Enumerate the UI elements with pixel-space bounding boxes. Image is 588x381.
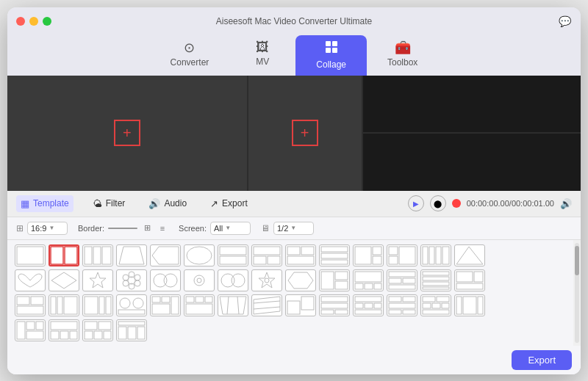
volume-icon[interactable]: 🔊 bbox=[560, 198, 572, 209]
svg-rect-58 bbox=[365, 283, 373, 289]
add-media-button-1[interactable]: + bbox=[114, 120, 140, 146]
scrollbar-track[interactable] bbox=[573, 240, 581, 346]
template-item-star[interactable] bbox=[82, 269, 113, 291]
template-item-gear[interactable] bbox=[184, 269, 215, 291]
template-item-mixed2[interactable] bbox=[353, 269, 384, 291]
template-item-r4-3[interactable] bbox=[82, 319, 113, 341]
template-item-mixed1[interactable] bbox=[319, 269, 350, 291]
template-item-horiz-2[interactable] bbox=[218, 244, 248, 266]
close-button[interactable] bbox=[16, 17, 25, 26]
svg-line-95 bbox=[254, 301, 280, 303]
template-item-sm-lg[interactable] bbox=[387, 244, 417, 266]
template-item-r3-3[interactable] bbox=[82, 294, 113, 316]
template-item-pill[interactable] bbox=[184, 244, 215, 266]
template-item-r3-14[interactable] bbox=[454, 294, 485, 316]
canvas-cell-2[interactable]: + bbox=[248, 76, 363, 191]
template-item-r3-12[interactable] bbox=[387, 294, 417, 316]
screen-select[interactable]: All ▼ bbox=[210, 222, 251, 235]
export-bar: Export bbox=[7, 346, 581, 374]
svg-marker-34 bbox=[456, 247, 483, 264]
svg-rect-128 bbox=[60, 331, 68, 339]
svg-rect-71 bbox=[17, 297, 29, 305]
template-item-arrow2[interactable] bbox=[454, 244, 485, 266]
tab-template[interactable]: ▦ Template bbox=[16, 195, 74, 212]
template-item-r3-7[interactable] bbox=[218, 294, 248, 316]
add-media-button-2[interactable]: + bbox=[292, 120, 318, 146]
minimize-button[interactable] bbox=[29, 17, 38, 26]
screen-value: All bbox=[214, 224, 223, 233]
template-item-heart[interactable] bbox=[15, 269, 46, 291]
template-item-r3-8[interactable] bbox=[251, 294, 282, 316]
template-item-grid-3a[interactable] bbox=[251, 244, 282, 266]
tab-toolbox[interactable]: 🧰 Toolbox bbox=[367, 35, 438, 76]
template-item-r3-11[interactable] bbox=[353, 294, 384, 316]
template-item-special[interactable] bbox=[454, 269, 485, 291]
template-item-r3-13[interactable] bbox=[420, 294, 451, 316]
play-button[interactable]: ▶ bbox=[408, 195, 424, 211]
template-item-lg-sm[interactable] bbox=[353, 244, 384, 266]
template-item-diamond[interactable] bbox=[49, 269, 79, 291]
template-item-r3-5[interactable] bbox=[150, 294, 181, 316]
svg-marker-36 bbox=[90, 272, 106, 288]
svg-rect-86 bbox=[171, 297, 179, 314]
template-item-diamond2[interactable] bbox=[285, 269, 316, 291]
template-item-3row[interactable] bbox=[319, 244, 350, 266]
template-label: Template bbox=[33, 198, 69, 208]
svg-point-46 bbox=[194, 275, 204, 286]
template-item-1-col[interactable] bbox=[15, 244, 46, 266]
template-item-double-circle[interactable] bbox=[150, 269, 181, 291]
template-item-r3-6[interactable] bbox=[184, 294, 215, 316]
scrollbar-thumb[interactable] bbox=[575, 246, 579, 275]
template-item-star2[interactable] bbox=[251, 269, 282, 291]
tab-converter[interactable]: ⊙ Converter bbox=[150, 35, 230, 76]
template-item-horiz-3[interactable] bbox=[387, 269, 417, 291]
svg-rect-9 bbox=[102, 247, 111, 264]
template-item-r3-2[interactable] bbox=[49, 294, 79, 316]
template-item-2-col[interactable] bbox=[49, 244, 79, 266]
template-item-r3-1[interactable] bbox=[15, 294, 46, 316]
svg-rect-120 bbox=[463, 297, 476, 314]
tab-audio[interactable]: 🔊 Audio bbox=[144, 195, 191, 212]
svg-rect-7 bbox=[85, 247, 92, 264]
tab-filter[interactable]: 🌤 Filter bbox=[88, 195, 130, 212]
svg-marker-94 bbox=[254, 297, 280, 314]
display-group: 🖥 1/2 ▼ bbox=[261, 222, 314, 235]
canvas-cell-4[interactable] bbox=[363, 134, 581, 191]
template-item-r4-2[interactable] bbox=[49, 319, 79, 341]
template-item-r3-9[interactable] bbox=[285, 294, 316, 316]
scrollbar[interactable] bbox=[575, 243, 579, 343]
display-select[interactable]: 1/2 ▼ bbox=[273, 222, 314, 235]
svg-rect-31 bbox=[429, 247, 434, 264]
svg-rect-19 bbox=[301, 247, 314, 255]
tab-mv[interactable]: 🖼 MV bbox=[229, 35, 295, 76]
template-item-double-circle2[interactable] bbox=[218, 269, 248, 291]
template-item-4col[interactable] bbox=[420, 244, 451, 266]
template-item-arrow[interactable] bbox=[150, 244, 181, 266]
export-button[interactable]: Export bbox=[512, 350, 572, 370]
ratio-select[interactable]: 16:9 ▼ bbox=[27, 222, 68, 235]
chat-icon[interactable]: 💬 bbox=[557, 14, 572, 29]
canvas-cell-3[interactable] bbox=[363, 76, 581, 134]
template-item-flower[interactable] bbox=[116, 269, 147, 291]
fullscreen-button[interactable] bbox=[43, 17, 51, 26]
border-stripe-icon[interactable]: ≡ bbox=[157, 222, 168, 234]
border-grid-icon[interactable]: ⊞ bbox=[141, 222, 153, 234]
template-item-r3-4[interactable] bbox=[116, 294, 147, 316]
svg-rect-70 bbox=[456, 283, 483, 289]
tab-export[interactable]: ↗ Export bbox=[206, 195, 252, 212]
stop-button[interactable]: ⬤ bbox=[430, 195, 446, 211]
template-item-4row[interactable] bbox=[420, 269, 451, 291]
template-item-r4-4[interactable] bbox=[116, 319, 147, 341]
tab-collage[interactable]: Collage bbox=[295, 35, 367, 76]
mv-label: MV bbox=[256, 57, 269, 67]
template-item-3-col[interactable] bbox=[82, 244, 113, 266]
bottom-tab-bar: ▦ Template 🌤 Filter 🔊 Audio ↗ Export ▶ ⬤ bbox=[7, 191, 581, 217]
svg-rect-69 bbox=[474, 272, 483, 282]
template-item-trapezoid[interactable] bbox=[116, 244, 147, 266]
canvas-cell-1[interactable]: + bbox=[7, 76, 248, 191]
svg-rect-132 bbox=[85, 331, 93, 339]
template-item-grid-3b[interactable] bbox=[285, 244, 316, 266]
template-item-r3-10[interactable] bbox=[319, 294, 350, 316]
template-item-r4-1[interactable] bbox=[15, 319, 46, 341]
svg-rect-62 bbox=[403, 278, 415, 283]
